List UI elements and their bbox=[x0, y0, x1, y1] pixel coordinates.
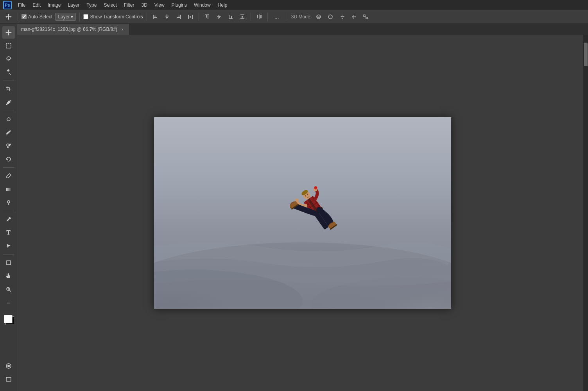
shape-tool-icon bbox=[5, 260, 12, 266]
3d-mode-label: 3D Mode: bbox=[291, 14, 312, 20]
screen-mode-button[interactable] bbox=[2, 373, 15, 386]
align-left-icon bbox=[152, 14, 158, 20]
3d-orbit-icon bbox=[316, 14, 322, 20]
divider-5 bbox=[251, 13, 251, 21]
eyedropper-tool-icon bbox=[5, 99, 12, 106]
auto-select-label[interactable]: Auto-Select: bbox=[22, 14, 54, 20]
hand-tool-button[interactable] bbox=[2, 270, 15, 282]
align-left-edges-button[interactable] bbox=[151, 12, 160, 22]
distribute-spacing-button[interactable] bbox=[255, 12, 264, 22]
history-brush-button[interactable] bbox=[2, 153, 15, 165]
menu-window[interactable]: Window bbox=[191, 2, 214, 9]
svg-rect-13 bbox=[206, 15, 207, 18]
svg-rect-25 bbox=[260, 15, 262, 18]
path-selection-button[interactable] bbox=[2, 240, 15, 252]
healing-brush-icon bbox=[5, 116, 12, 122]
svg-rect-8 bbox=[177, 17, 180, 18]
distribute-button[interactable] bbox=[186, 12, 195, 22]
zoom-tool-button[interactable] bbox=[2, 283, 15, 296]
show-transform-controls-checkbox[interactable] bbox=[83, 14, 88, 19]
menu-view[interactable]: View bbox=[151, 2, 168, 9]
svg-rect-20 bbox=[231, 16, 232, 18]
3d-slide-button[interactable] bbox=[349, 12, 359, 22]
lasso-tool-button[interactable] bbox=[2, 53, 15, 65]
menu-3d[interactable]: 3D bbox=[138, 2, 150, 9]
more-options-button[interactable]: ... bbox=[271, 11, 282, 22]
auto-select-checkbox[interactable] bbox=[22, 14, 27, 19]
svg-point-39 bbox=[7, 201, 10, 203]
align-top-edges-button[interactable] bbox=[203, 12, 212, 22]
app-logo: Ps bbox=[3, 1, 12, 9]
align-centers-v-button[interactable] bbox=[214, 12, 224, 22]
svg-point-29 bbox=[328, 15, 332, 19]
svg-rect-19 bbox=[229, 15, 230, 18]
vertical-scrollbar[interactable] bbox=[583, 35, 588, 391]
type-tool-icon: T bbox=[6, 229, 11, 236]
menu-layer[interactable]: Layer bbox=[65, 2, 82, 9]
more-tools-button[interactable]: ··· bbox=[2, 296, 15, 309]
3d-orbit-button[interactable] bbox=[314, 12, 323, 22]
left-toolbar: T ··· bbox=[0, 24, 17, 391]
tab-close-button[interactable]: × bbox=[120, 27, 125, 32]
gradient-tool-button[interactable] bbox=[2, 183, 15, 196]
toolbar-divider-2 bbox=[3, 111, 14, 111]
marquee-tool-button[interactable] bbox=[2, 39, 15, 52]
options-bar: Auto-Select: Layer ▾ Show Transform Cont… bbox=[0, 10, 588, 24]
quick-mask-button[interactable] bbox=[2, 360, 15, 372]
svg-point-40 bbox=[10, 217, 11, 218]
type-tool-button[interactable]: T bbox=[2, 226, 15, 239]
3d-scale-button[interactable] bbox=[361, 12, 370, 22]
foreground-color[interactable] bbox=[4, 315, 13, 323]
align-centers-h-button[interactable] bbox=[162, 12, 172, 22]
menu-filter[interactable]: Filter bbox=[121, 2, 138, 9]
svg-rect-6 bbox=[180, 15, 181, 19]
divider-7 bbox=[286, 13, 286, 21]
svg-rect-41 bbox=[7, 261, 11, 265]
menu-file[interactable]: File bbox=[15, 2, 29, 9]
svg-rect-17 bbox=[219, 16, 220, 18]
brush-tool-icon bbox=[5, 129, 12, 136]
align-right-edges-button[interactable] bbox=[174, 12, 183, 22]
menu-select[interactable]: Select bbox=[100, 2, 120, 9]
document-tab[interactable]: man-gff282164c_1280.jpg @ 66.7% (RGB/8#)… bbox=[17, 24, 129, 35]
more-tools-icon: ··· bbox=[7, 300, 10, 306]
magic-wand-tool-button[interactable] bbox=[2, 66, 15, 79]
canvas-scroll-area[interactable] bbox=[17, 35, 588, 391]
crop-tool-button[interactable] bbox=[2, 83, 15, 95]
dodge-tool-button[interactable] bbox=[2, 196, 15, 209]
svg-rect-9 bbox=[188, 15, 189, 19]
clone-stamp-button[interactable] bbox=[2, 140, 15, 152]
transform-controls-label[interactable]: Show Transform Controls bbox=[83, 14, 143, 20]
path-selection-icon bbox=[5, 243, 12, 249]
move-tool-options-icon[interactable] bbox=[3, 11, 14, 22]
menu-plugins[interactable]: Plugins bbox=[169, 2, 190, 9]
shape-tool-button[interactable] bbox=[2, 256, 15, 269]
menu-help[interactable]: Help bbox=[215, 2, 231, 9]
brush-tool-button[interactable] bbox=[2, 126, 15, 139]
zoom-tool-icon bbox=[5, 286, 12, 292]
bottom-extra-tools bbox=[2, 360, 15, 389]
healing-brush-button[interactable] bbox=[2, 113, 15, 126]
eyedropper-tool-button[interactable] bbox=[2, 96, 15, 109]
canvas-area: man-gff282164c_1280.jpg @ 66.7% (RGB/8#)… bbox=[17, 24, 588, 391]
3d-roll-button[interactable] bbox=[326, 12, 335, 22]
menu-edit[interactable]: Edit bbox=[29, 2, 44, 9]
align-center-v-icon bbox=[216, 14, 222, 20]
toolbar-divider-5 bbox=[3, 254, 14, 255]
align-bottom-edges-button[interactable] bbox=[226, 12, 235, 22]
align-bottom-icon bbox=[228, 14, 234, 20]
divider-1 bbox=[18, 13, 18, 21]
scrollbar-thumb-v[interactable] bbox=[584, 43, 588, 66]
eraser-tool-button[interactable] bbox=[2, 170, 15, 182]
svg-point-47 bbox=[7, 365, 10, 367]
layer-dropdown[interactable]: Layer ▾ bbox=[55, 13, 76, 21]
move-tool-button[interactable] bbox=[2, 26, 15, 39]
3d-pan-button[interactable] bbox=[337, 12, 347, 22]
svg-rect-2 bbox=[154, 17, 157, 18]
pen-tool-button[interactable] bbox=[2, 213, 15, 226]
svg-rect-38 bbox=[6, 188, 11, 191]
menu-image[interactable]: Image bbox=[45, 2, 64, 9]
distribute-v-button[interactable] bbox=[238, 12, 247, 22]
menu-type[interactable]: Type bbox=[83, 2, 100, 9]
divider-6 bbox=[267, 13, 268, 21]
